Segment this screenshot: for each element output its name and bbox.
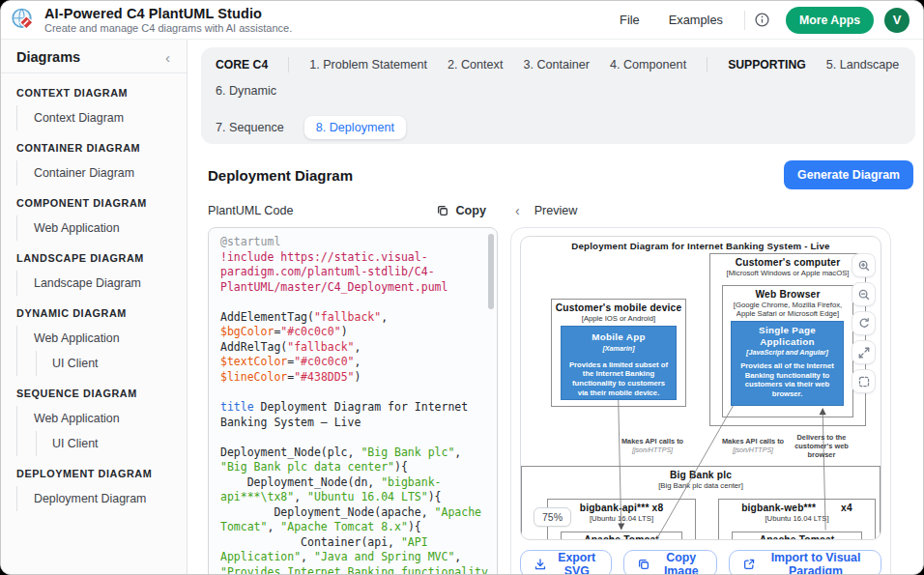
sidebar-section-sequence-diagram: SEQUENCE DIAGRAM xyxy=(1,376,187,406)
code-line: Tomcat", "Apache Tomcat 8.x"){ xyxy=(220,520,489,535)
container-name: Mobile App xyxy=(562,331,676,343)
preview-panel-label: Preview xyxy=(534,204,578,217)
node-name: bigbank-web*** xyxy=(741,503,816,513)
app-header: AI-Powered C4 PlantUML Studio Create and… xyxy=(1,1,923,40)
node-tech: [Ubuntu 16.04 LTS] xyxy=(719,514,875,523)
code-line: Container(api, "API xyxy=(220,535,489,551)
node-tech: [Google Chrome, Mozilla Firefox, Apple S… xyxy=(723,301,852,319)
tab-8-deployment[interactable]: 8. Deployment xyxy=(304,116,406,139)
node-count: x8 xyxy=(652,503,664,513)
external-icon xyxy=(742,558,756,571)
sidebar-section-items: Container Diagram xyxy=(16,160,187,186)
avatar[interactable]: V xyxy=(884,8,910,33)
code-line: "Big Bank plc data center"){ xyxy=(220,460,489,475)
code-line: PlantUML/master/C4_Deployment.puml xyxy=(220,280,489,296)
code-line: Banking System – Live xyxy=(220,416,489,431)
sidebar-item-landscape-diagram[interactable]: Landscape Diagram xyxy=(17,271,187,296)
tab-6-dynamic[interactable]: 6. Dynamic xyxy=(216,84,276,98)
node-tech: [Apple IOS or Android] xyxy=(552,314,685,323)
tab-group-supporting: SUPPORTING xyxy=(728,58,806,72)
more-apps-button[interactable]: More Apps xyxy=(786,7,874,34)
sidebar-collapse-icon[interactable]: ‹ xyxy=(165,50,170,65)
code-scrollbar[interactable] xyxy=(488,234,494,309)
code-line: Deployment_Node(apache, "Apache xyxy=(220,505,489,521)
sidebar-item-deployment-diagram[interactable]: Deployment Diagram xyxy=(17,486,187,511)
sidebar-item-ui-client[interactable]: UI Client xyxy=(36,351,187,376)
export-svg-button[interactable]: Export SVG xyxy=(520,550,612,575)
code-line: Deployment_Node(dn, "bigbank- xyxy=(220,475,489,491)
code-panel-label: PlantUML Code xyxy=(208,204,293,217)
tab-2-context[interactable]: 2. Context xyxy=(448,58,503,72)
code-line: @startuml xyxy=(220,235,489,250)
sidebar-item-container-diagram[interactable]: Container Diagram xyxy=(17,160,187,186)
reset-button[interactable] xyxy=(852,311,876,335)
zoom-in-icon xyxy=(857,259,871,273)
sidebar-section-deployment-diagram: DEPLOYMENT DIAGRAM xyxy=(1,456,187,486)
app-logo-icon xyxy=(11,7,37,33)
code-line: Application", "Java and Spring MVC", xyxy=(220,550,489,565)
diagram-title: Deployment Diagram for Internet Banking … xyxy=(521,241,881,251)
main-content: CORE C41. Problem Statement2. Context3. … xyxy=(188,40,923,575)
diagram-canvas[interactable]: Deployment Diagram for Internet Banking … xyxy=(520,236,881,540)
app-subtitle: Create and manage C4 diagrams with AI as… xyxy=(44,22,292,34)
node-name: Customer's mobile device xyxy=(552,302,685,313)
relation-label: Makes API calls to [json/HTTPS] xyxy=(617,437,688,454)
fit-icon xyxy=(857,375,871,388)
code-line xyxy=(220,430,489,446)
node-name: Apache Tomcat xyxy=(562,534,681,540)
container-tech: [Xamarin] xyxy=(562,344,676,353)
sidebar-section-items: Web ApplicationUI Client xyxy=(16,406,187,456)
app-window: AI-Powered C4 PlantUML Studio Create and… xyxy=(0,0,924,575)
menu-file[interactable]: File xyxy=(620,13,640,27)
copy-image-button[interactable]: Copy Image xyxy=(623,550,716,575)
download-icon xyxy=(534,558,547,571)
zoom-in-button[interactable] xyxy=(852,253,876,277)
tab-5-landscape[interactable]: 5. Landscape xyxy=(826,58,900,72)
code-lines: @startuml!include https://static.visual-… xyxy=(220,235,489,575)
sidebar-section-items: Web ApplicationUI Client xyxy=(16,326,187,376)
code-line: title Deployment Diagram for Internet xyxy=(220,400,489,416)
code-line: $textColor="#c0c0c0", xyxy=(220,355,489,370)
plantuml-code-editor[interactable]: @startuml!include https://static.visual-… xyxy=(208,227,498,575)
code-line: paradigm.com/plantuml-stdlib/C4- xyxy=(220,265,489,280)
tab-bar: CORE C41. Problem Statement2. Context3. … xyxy=(201,47,915,144)
sidebar-item-web-application[interactable]: Web Application xyxy=(17,326,187,351)
container-desc: Provides all of the Internet Banking fun… xyxy=(732,361,843,399)
zoom-out-button[interactable] xyxy=(852,282,876,306)
expand-button[interactable] xyxy=(852,340,876,364)
sidebar-section-container-diagram: CONTAINER DIAGRAM xyxy=(1,130,187,160)
sidebar-section-items: Context Diagram xyxy=(16,105,187,130)
info-icon[interactable] xyxy=(753,11,772,30)
node-count: x4 xyxy=(841,503,852,513)
tab-divider xyxy=(707,57,707,72)
code-line: !include https://static.visual- xyxy=(220,250,489,266)
code-line: api***\tx8", "Ubuntu 16.04 LTS"){ xyxy=(220,490,489,505)
header-divider xyxy=(744,11,745,30)
copy-code-button[interactable]: Copy xyxy=(436,204,486,217)
tab-7-sequence[interactable]: 7. Sequence xyxy=(216,121,284,134)
code-line: "Provides Internet Banking functionality xyxy=(220,565,489,575)
sidebar-section-items: Web Application xyxy=(16,216,187,241)
sidebar-item-ui-client[interactable]: UI Client xyxy=(36,431,187,456)
action-label: Import to Visual Paradigm xyxy=(764,551,868,575)
container-single-page-application: Single Page Application [JavaScript and … xyxy=(731,321,844,406)
tab-1-problem-statement[interactable]: 1. Problem Statement xyxy=(309,58,427,72)
zoom-out-icon xyxy=(857,288,871,302)
tab-4-component[interactable]: 4. Component xyxy=(610,58,686,72)
code-line: Deployment_Node(plc, "Big Bank plc", xyxy=(220,446,489,461)
preview-collapse-icon[interactable]: ‹ xyxy=(515,203,520,218)
tab-3-container[interactable]: 3. Container xyxy=(523,58,590,72)
import-to-visual-paradigm-button[interactable]: Import to Visual Paradigm xyxy=(729,550,881,575)
menu-examples[interactable]: Examples xyxy=(669,13,723,27)
sidebar-item-web-application[interactable]: Web Application xyxy=(17,406,187,431)
sidebar-sections: CONTEXT DIAGRAMContext DiagramCONTAINER … xyxy=(1,75,187,511)
node-name: Apache Tomcat xyxy=(733,534,861,540)
fit-button[interactable] xyxy=(852,369,876,393)
code-line: AddElementTag("fallback", xyxy=(220,310,489,326)
generate-diagram-button[interactable]: Generate Diagram xyxy=(784,160,913,189)
sidebar-item-web-application[interactable]: Web Application xyxy=(17,216,187,241)
sidebar-section-context-diagram: CONTEXT DIAGRAM xyxy=(1,75,187,105)
sidebar-section-items: Deployment Diagram xyxy=(16,486,187,511)
sidebar-item-context-diagram[interactable]: Context Diagram xyxy=(17,105,187,130)
sidebar-section-landscape-diagram: LANDSCAPE DIAGRAM xyxy=(1,241,187,271)
